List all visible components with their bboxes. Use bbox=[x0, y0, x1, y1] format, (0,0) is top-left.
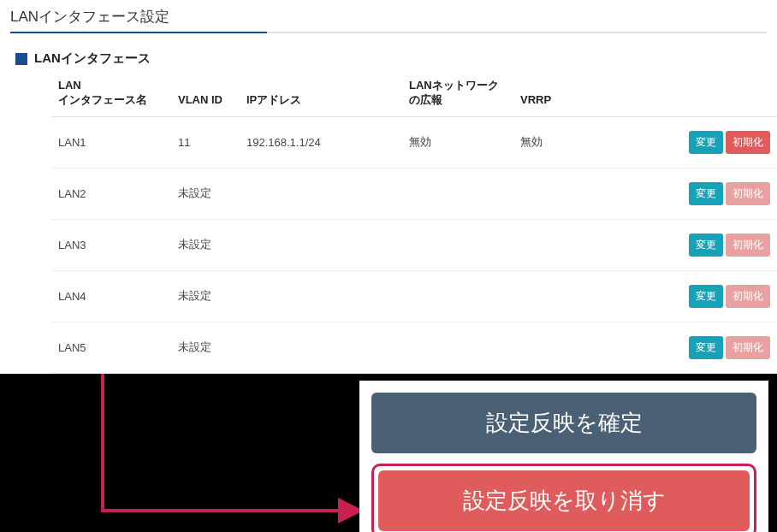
cell-actions: 変更初期化 bbox=[616, 270, 777, 322]
cell-vrrp bbox=[513, 219, 616, 270]
cell-vrrp bbox=[513, 270, 616, 322]
reset-button[interactable]: 初期化 bbox=[726, 131, 770, 154]
col-header-ip: IPアドレス bbox=[240, 70, 402, 116]
confirm-panel: 設定反映を確定 設定反映を取り消す bbox=[359, 381, 768, 532]
svg-marker-0 bbox=[338, 498, 359, 523]
cell-vrrp bbox=[513, 322, 616, 373]
cell-vlan: 未設定 bbox=[171, 270, 240, 322]
table-row: LAN5未設定変更初期化 bbox=[51, 322, 777, 373]
apply-confirm-button[interactable]: 設定反映を確定 bbox=[371, 393, 756, 453]
table-row: LAN2未設定変更初期化 bbox=[51, 168, 777, 219]
col-header-vrrp: VRRP bbox=[513, 70, 616, 116]
cell-vrrp bbox=[513, 168, 616, 219]
cell-name: LAN4 bbox=[51, 270, 171, 322]
title-underline bbox=[10, 32, 767, 33]
cell-vlan: 未設定 bbox=[171, 168, 240, 219]
section-header: LANインタフェース bbox=[15, 50, 777, 67]
edit-button[interactable]: 変更 bbox=[689, 131, 723, 154]
cell-vlan: 未設定 bbox=[171, 219, 240, 270]
cell-actions: 変更初期化 bbox=[616, 168, 777, 219]
section-marker-icon bbox=[15, 53, 27, 65]
lan-interface-table: LAN インタフェース名 VLAN ID IPアドレス LANネットワーク の広… bbox=[51, 70, 777, 374]
cell-announce bbox=[402, 219, 513, 270]
cell-ip bbox=[240, 168, 402, 219]
cell-announce: 無効 bbox=[402, 116, 513, 168]
arrow-icon bbox=[0, 374, 359, 532]
col-header-name-line1: LAN bbox=[58, 79, 81, 92]
cell-actions: 変更初期化 bbox=[616, 322, 777, 373]
col-header-name: LAN インタフェース名 bbox=[51, 70, 171, 116]
lower-diagram: 設定反映を確定 設定反映を取り消す bbox=[0, 374, 777, 532]
reset-button: 初期化 bbox=[726, 233, 770, 257]
cell-announce bbox=[402, 168, 513, 219]
reset-button: 初期化 bbox=[726, 336, 770, 359]
edit-button[interactable]: 変更 bbox=[689, 182, 723, 205]
cell-actions: 変更初期化 bbox=[616, 116, 777, 168]
table-header-row: LAN インタフェース名 VLAN ID IPアドレス LANネットワーク の広… bbox=[51, 70, 777, 116]
cell-name: LAN3 bbox=[51, 219, 171, 270]
page-title: LANインタフェース設定 bbox=[10, 7, 767, 30]
edit-button[interactable]: 変更 bbox=[689, 233, 723, 257]
col-header-name-line2: インタフェース名 bbox=[58, 93, 147, 106]
cell-vrrp: 無効 bbox=[513, 116, 616, 168]
edit-button[interactable]: 変更 bbox=[689, 285, 723, 308]
reset-button: 初期化 bbox=[726, 182, 770, 205]
col-header-announce-line1: LANネットワーク bbox=[409, 79, 499, 92]
cell-name: LAN1 bbox=[51, 116, 171, 168]
cell-vlan: 未設定 bbox=[171, 322, 240, 373]
col-header-vlan: VLAN ID bbox=[171, 70, 240, 116]
cell-ip bbox=[240, 219, 402, 270]
cell-announce bbox=[402, 322, 513, 373]
section-title: LANインタフェース bbox=[34, 50, 151, 67]
cell-name: LAN2 bbox=[51, 168, 171, 219]
cell-name: LAN5 bbox=[51, 322, 171, 373]
edit-button[interactable]: 変更 bbox=[689, 336, 723, 359]
table-row: LAN4未設定変更初期化 bbox=[51, 270, 777, 322]
reset-button: 初期化 bbox=[726, 285, 770, 308]
col-header-announce: LANネットワーク の広報 bbox=[402, 70, 513, 116]
cell-vlan: 11 bbox=[171, 116, 240, 168]
table-row: LAN111192.168.1.1/24無効無効変更初期化 bbox=[51, 116, 777, 168]
cell-announce bbox=[402, 270, 513, 322]
cell-ip bbox=[240, 270, 402, 322]
apply-cancel-button[interactable]: 設定反映を取り消す bbox=[378, 470, 750, 531]
col-header-announce-line2: の広報 bbox=[409, 93, 442, 106]
page-title-area: LANインタフェース設定 bbox=[0, 0, 777, 38]
table-row: LAN3未設定変更初期化 bbox=[51, 219, 777, 270]
cell-actions: 変更初期化 bbox=[616, 219, 777, 270]
col-header-actions bbox=[616, 70, 777, 116]
cell-ip bbox=[240, 322, 402, 373]
cancel-highlight-frame: 設定反映を取り消す bbox=[371, 464, 756, 532]
cell-ip: 192.168.1.1/24 bbox=[240, 116, 402, 168]
